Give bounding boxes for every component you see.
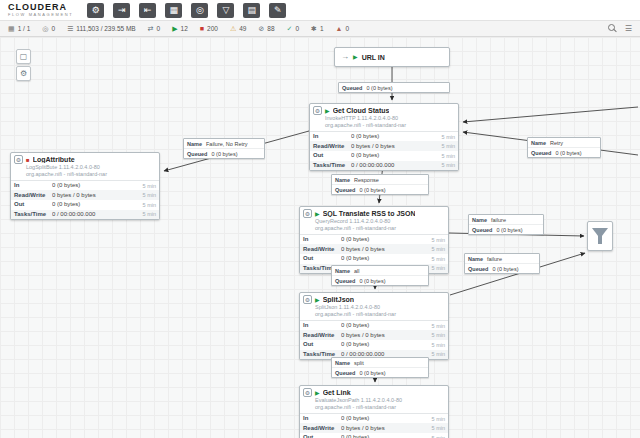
- status-icon: ☰: [67, 25, 73, 32]
- run-status-icon: ▶: [315, 390, 320, 396]
- processor-icon: ⚙: [313, 106, 322, 115]
- queued-row: Queued 0 (0 bytes): [528, 147, 600, 157]
- logo-primary: CLOUDERA: [8, 3, 73, 12]
- status-item-stopped: ■ 200: [200, 25, 218, 32]
- processor-bundle: org.apache.nifi - nifi-standard-nar: [313, 122, 455, 129]
- processor-icon: ⚙: [14, 155, 23, 164]
- connection-label-response[interactable]: Name Response Queued 0 (0 bytes): [331, 174, 429, 195]
- processor-get-link[interactable]: ⚙ ▶ Get Link EvaluateJsonPath 1.11.4.2.0…: [299, 385, 449, 438]
- operate-palette-button[interactable]: ⚙: [16, 66, 31, 81]
- status-item-locally-modified: ✱ 1: [311, 25, 324, 32]
- status-value: 200: [207, 25, 218, 32]
- connection-label-failure-2[interactable]: Name failure Queued 0 (0 bytes): [464, 253, 540, 274]
- stat-row: Read/Write 0 bytes / 0 bytes 5 min: [11, 190, 159, 200]
- connection-label-retry[interactable]: Name Retry Queued 0 (0 bytes): [527, 137, 601, 158]
- processor-get-cloud-status[interactable]: ⚙ ▶ Get Cloud Status InvokeHTTP 1.11.4.2…: [309, 103, 459, 171]
- name-row: Name Failure, No Retry: [184, 139, 264, 148]
- nifi-app: CLOUDERA FLOW MANAGEMENT ⚙ ⇥ ⇤ ▦ ◎ ▽ ▤: [0, 0, 640, 438]
- stat-row: In 0 (0 bytes) 5 min: [300, 235, 448, 245]
- name-row: Name split: [332, 358, 428, 367]
- toolbar-icon: ⇥: [118, 6, 126, 15]
- stat-row: Out 0 (0 bytes) 5 min: [300, 340, 448, 350]
- connection-label-split[interactable]: Name split Queued 0 (0 bytes): [331, 357, 429, 378]
- queued-row: Queued 0 (0 bytes): [332, 184, 428, 194]
- run-status-icon: ▶: [315, 297, 320, 303]
- processor-stats: In 0 (0 bytes) 5 min Read/Write 0 bytes …: [310, 131, 458, 170]
- status-item-invalid: ⚠ 49: [230, 25, 247, 32]
- stat-row: Read/Write 0 bytes / 0 bytes 5 min: [300, 244, 448, 254]
- processor-icon: ⚙: [303, 388, 312, 397]
- toolbar-button-funnel[interactable]: ▽: [217, 3, 234, 18]
- status-bar: ▦ 1 / 1 ◎ 0 ☰ 111,503 / 239.55 MB ⇄ 0 ▶ …: [0, 21, 640, 37]
- status-item-up-to-date: ✓ 0: [287, 25, 300, 32]
- flow-canvas[interactable]: ▢ ⚙ → ▶ URL IN Queued 0 (0 bytes) ⚙ ▶ Ge…: [0, 37, 640, 438]
- toolbar-button-processor[interactable]: ⚙: [87, 3, 104, 18]
- run-status-icon: ■: [26, 157, 30, 163]
- status-value: 49: [239, 25, 246, 32]
- connection-label-failure-no-retry[interactable]: Name Failure, No Retry Queued 0 (0 bytes…: [183, 138, 265, 159]
- stat-row: Read/Write 0 bytes / 0 bytes 5 min: [310, 141, 458, 151]
- processor-type: LogSplitBute 1.11.4.2.0.4.0-80: [14, 164, 156, 171]
- name-row: Name Retry: [528, 138, 600, 147]
- status-icon: ◎: [42, 25, 48, 32]
- queued-row: Queued 0 (0 bytes): [465, 263, 539, 273]
- toolbar-icon: ⚙: [92, 6, 100, 15]
- status-item-disabled: ⊘ 88: [258, 25, 274, 32]
- processor-bundle: org.apache.nifi - nifi-standard-nar: [303, 404, 445, 411]
- funnel[interactable]: [587, 221, 613, 251]
- toolbar-button-output-port[interactable]: ⇤: [139, 3, 156, 18]
- toolbar-button-process-group[interactable]: ▦: [165, 3, 182, 18]
- toolbar-button-template[interactable]: ▤: [243, 3, 260, 18]
- stat-row: Out 0 (0 bytes) 5 min: [300, 433, 448, 438]
- toolbar-icon: ▦: [170, 6, 179, 15]
- name-row: Name all: [332, 266, 428, 275]
- processor-name: SplitJson: [323, 296, 355, 303]
- status-icon: ✱: [311, 25, 317, 32]
- queued-row: Queued 0 (0 bytes): [332, 275, 428, 285]
- processor-name: Get Link: [323, 389, 351, 396]
- status-icon: ⚠: [230, 25, 236, 32]
- connection-label-all[interactable]: Name all Queued 0 (0 bytes): [331, 265, 429, 286]
- status-item-queued-total: ☰ 111,503 / 239.55 MB: [67, 25, 136, 32]
- stat-row: Read/Write 0 bytes / 0 bytes 5 min: [300, 423, 448, 433]
- input-port-url-in[interactable]: → ▶ URL IN: [334, 47, 450, 67]
- navigate-palette-button[interactable]: ▢: [16, 49, 31, 64]
- toolbar-button-input-port[interactable]: ⇥: [113, 3, 130, 18]
- toolbar-icon: ✎: [274, 6, 282, 15]
- processor-stats: In 0 (0 bytes) 5 min Read/Write 0 bytes …: [300, 413, 448, 438]
- status-item-transmitting: ⇄ 0: [148, 25, 161, 32]
- status-icon: ▦: [8, 25, 15, 32]
- status-icon: ▶: [172, 25, 177, 32]
- connection-label-urlin-queue[interactable]: Queued 0 (0 bytes): [338, 82, 450, 93]
- status-icon: ⇄: [148, 25, 154, 32]
- status-item-running: ▶ 12: [172, 25, 188, 32]
- funnel-icon: [592, 228, 608, 236]
- toolbar-button-remote-process-group[interactable]: ◎: [191, 3, 208, 18]
- toolbar-button-label[interactable]: ✎: [269, 3, 286, 18]
- processor-splitjson[interactable]: ⚙ ▶ SplitJson SplitJson 1.11.4.2.0.4.0-8…: [299, 292, 449, 360]
- processor-bundle: org.apache.nifi - nifi-standard-nar: [303, 225, 445, 232]
- processor-name: LogAttribute: [33, 156, 75, 163]
- processor-type: EvaluateJsonPath 1.11.4.2.0.4.0-80: [303, 397, 445, 404]
- status-item-active-threads: ◎ 0: [42, 25, 55, 32]
- app-header: CLOUDERA FLOW MANAGEMENT ⚙ ⇥ ⇤ ▦ ◎ ▽ ▤: [0, 0, 640, 21]
- status-item-stale: ▲ 0: [336, 25, 350, 32]
- search-icon[interactable]: [608, 24, 617, 33]
- stat-row: Out 0 (0 bytes) 5 min: [300, 254, 448, 264]
- status-value: 0: [295, 25, 299, 32]
- connection-label-failure-1[interactable]: Name failure Queued 0 (0 bytes): [468, 214, 544, 235]
- settings-menu-icon[interactable]: ☰: [625, 25, 632, 33]
- processor-name: SQL Translate RSS to JSON: [323, 210, 416, 217]
- stat-row: Tasks/Time 0 / 00:00:00.000 5 min: [310, 161, 458, 171]
- processor-bundle: org.apache.nifi - nifi-standard-nar: [14, 171, 156, 178]
- status-items: ▦ 1 / 1 ◎ 0 ☰ 111,503 / 239.55 MB ⇄ 0 ▶ …: [8, 25, 602, 32]
- processor-stats: In 0 (0 bytes) 5 min Read/Write 0 bytes …: [11, 180, 159, 219]
- status-icon: ✓: [287, 25, 293, 32]
- queued-row: Queued 0 (0 bytes): [332, 367, 428, 377]
- processor-log-attribute[interactable]: ⚙ ■ LogAttribute LogSplitBute 1.11.4.2.0…: [10, 152, 160, 220]
- processor-sql-translate-rss-to-json[interactable]: ⚙ ▶ SQL Translate RSS to JSON QueryRecor…: [299, 206, 449, 274]
- stat-row: In 0 (0 bytes) 5 min: [11, 181, 159, 191]
- toolbar-icon: ◎: [196, 6, 204, 15]
- component-toolbar: ⚙ ⇥ ⇤ ▦ ◎ ▽ ▤ ✎: [87, 3, 286, 18]
- name-row: Name failure: [469, 215, 543, 224]
